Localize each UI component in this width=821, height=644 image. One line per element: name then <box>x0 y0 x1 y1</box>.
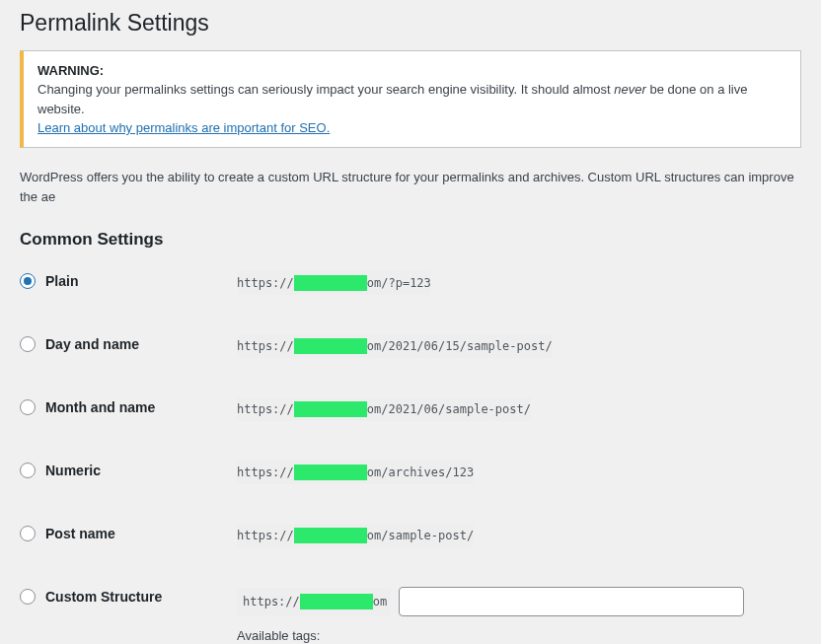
url-numeric-prefix: https:// <box>237 465 294 479</box>
radio-custom[interactable] <box>20 589 36 605</box>
url-custom-prefix: https:// <box>243 595 300 608</box>
seo-link[interactable]: Learn about why permalinks are important… <box>37 120 330 135</box>
warning-label: WARNING: <box>37 63 104 78</box>
redacted <box>300 594 373 609</box>
warning-text-before: Changing your permalinks settings can se… <box>37 82 614 97</box>
option-day-name: Day and name https://om/2021/06/15/sampl… <box>20 334 801 358</box>
redacted <box>294 528 367 543</box>
url-day-name: https://om/2021/06/15/sample-post/ <box>237 334 553 358</box>
url-month-prefix: https:// <box>237 402 294 416</box>
url-numeric: https://om/archives/123 <box>237 461 474 484</box>
label-numeric[interactable]: Numeric <box>45 463 101 478</box>
option-post-name: Post name https://om/sample-post/ <box>20 524 801 547</box>
url-post-name: https://om/sample-post/ <box>237 524 474 547</box>
label-month-name[interactable]: Month and name <box>45 399 155 415</box>
radio-plain[interactable] <box>20 273 36 289</box>
page-title: Permalink Settings <box>20 10 801 36</box>
option-numeric: Numeric https://om/archives/123 <box>20 461 801 484</box>
url-month-suffix: om/2021/06/sample-post/ <box>367 402 531 416</box>
url-plain-suffix: om/?p=123 <box>367 276 431 290</box>
radio-month-name[interactable] <box>20 399 36 415</box>
label-custom[interactable]: Custom Structure <box>45 589 162 605</box>
url-plain-prefix: https:// <box>237 276 294 290</box>
available-tags-label: Available tags: <box>237 628 801 643</box>
redacted <box>294 275 367 291</box>
url-day-prefix: https:// <box>237 339 294 353</box>
radio-day-name[interactable] <box>20 336 36 352</box>
url-post-prefix: https:// <box>237 529 294 542</box>
page-description: WordPress offers you the ability to crea… <box>20 168 801 206</box>
label-day-name[interactable]: Day and name <box>45 336 139 352</box>
section-heading: Common Settings <box>20 230 801 250</box>
label-plain[interactable]: Plain <box>45 273 78 289</box>
url-numeric-suffix: om/archives/123 <box>367 465 474 479</box>
url-custom-suffix: om <box>373 595 387 608</box>
redacted <box>294 465 367 480</box>
url-day-suffix: om/2021/06/15/sample-post/ <box>367 339 553 353</box>
custom-prefix: https://om <box>237 588 391 615</box>
redacted <box>294 401 367 417</box>
warning-text: Changing your permalinks settings can se… <box>37 80 786 118</box>
option-plain: Plain https://om/?p=123 <box>20 271 801 295</box>
custom-structure-input[interactable] <box>399 587 744 616</box>
label-post-name[interactable]: Post name <box>45 526 115 541</box>
url-plain: https://om/?p=123 <box>237 271 431 295</box>
permalink-options: Plain https://om/?p=123 Day and name htt… <box>20 271 801 644</box>
radio-numeric[interactable] <box>20 463 36 478</box>
url-post-suffix: om/sample-post/ <box>367 529 474 542</box>
radio-post-name[interactable] <box>20 526 36 541</box>
option-custom: Custom Structure https://om Available ta… <box>20 587 801 644</box>
option-month-name: Month and name https://om/2021/06/sample… <box>20 397 801 421</box>
url-month-name: https://om/2021/06/sample-post/ <box>237 397 531 421</box>
warning-notice: WARNING: Changing your permalinks settin… <box>20 50 801 148</box>
warning-text-italic: never <box>614 82 646 97</box>
redacted <box>294 338 367 354</box>
